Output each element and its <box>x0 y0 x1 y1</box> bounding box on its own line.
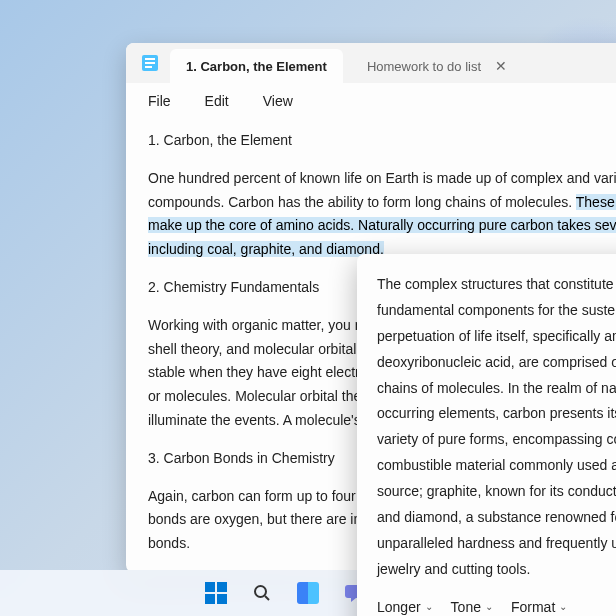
chevron-down-icon: ⌄ <box>559 601 567 612</box>
search-icon[interactable] <box>242 573 282 613</box>
menu-file[interactable]: File <box>148 93 171 109</box>
heading-1: 1. Carbon, the Element <box>148 129 616 153</box>
option-longer[interactable]: Longer ⌄ <box>377 599 433 615</box>
svg-rect-1 <box>145 58 155 60</box>
task-view-icon[interactable] <box>288 573 328 613</box>
paragraph-1: One hundred percent of known life on Ear… <box>148 167 616 262</box>
tab-active-label: 1. Carbon, the Element <box>186 59 327 74</box>
svg-rect-2 <box>145 62 155 64</box>
chevron-down-icon: ⌄ <box>485 601 493 612</box>
close-icon[interactable]: ✕ <box>495 58 507 74</box>
menubar: File Edit View <box>126 83 616 119</box>
tab-inactive[interactable]: Homework to do list ✕ <box>351 49 523 83</box>
tab-active[interactable]: 1. Carbon, the Element <box>170 49 343 83</box>
rewrite-options: Longer ⌄ Tone ⌄ Format ⌄ <box>357 593 616 616</box>
svg-point-5 <box>255 586 266 597</box>
option-tone[interactable]: Tone ⌄ <box>451 599 493 615</box>
option-format[interactable]: Format ⌄ <box>511 599 567 615</box>
menu-edit[interactable]: Edit <box>205 93 229 109</box>
tab-inactive-label: Homework to do list <box>367 59 481 74</box>
chevron-down-icon: ⌄ <box>425 601 433 612</box>
rewrite-suggestion-text: The complex structures that constitute t… <box>357 254 616 593</box>
rewrite-flyout: The complex structures that constitute t… <box>357 254 616 616</box>
menu-view[interactable]: View <box>263 93 293 109</box>
start-button[interactable] <box>196 573 236 613</box>
svg-rect-3 <box>145 66 152 68</box>
titlebar: 1. Carbon, the Element Homework to do li… <box>126 43 616 83</box>
notepad-app-icon <box>140 53 160 73</box>
